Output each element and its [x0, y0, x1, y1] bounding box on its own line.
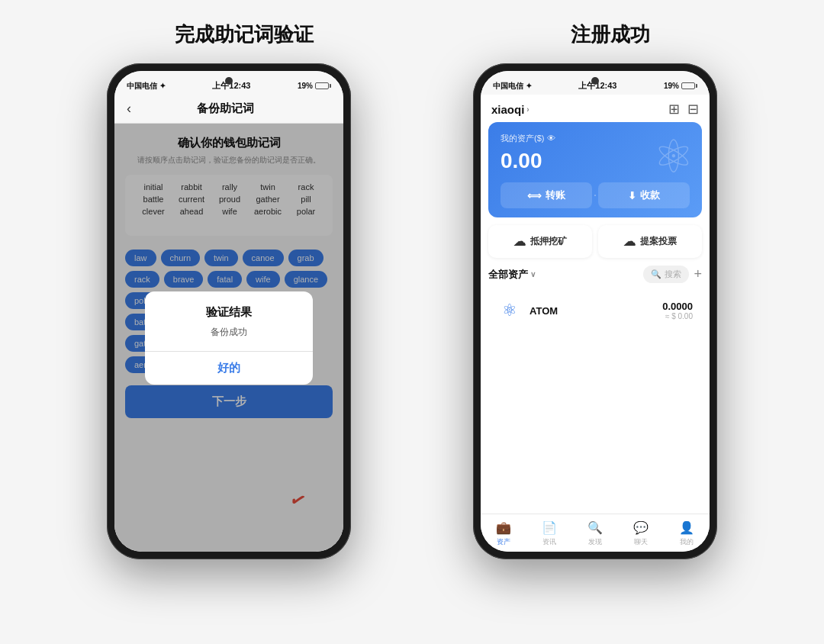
camera1	[225, 77, 233, 85]
search-icon: 🔍	[651, 269, 661, 279]
func-row: ☁ 抵押挖矿 ☁ 提案投票	[488, 225, 702, 258]
nav-assets-icon: 💼	[496, 520, 511, 535]
left-title: 完成助记词验证	[175, 21, 314, 48]
transfer-icon: ⟺	[527, 190, 542, 201]
nav-discover[interactable]: 🔍 发现	[572, 514, 618, 552]
nav-mine[interactable]: 👤 我的	[664, 514, 710, 552]
nav-news[interactable]: 📄 资讯	[526, 514, 572, 552]
dialog-message: 备份成功	[145, 323, 313, 351]
assets-dropdown-icon: ∨	[530, 270, 536, 279]
phone2: 中国电信 ✦ 上午12:43 19% xiaoqi › ⊞	[473, 63, 717, 559]
dialog-title: 验证结果	[145, 291, 313, 323]
proposal-icon: ☁	[623, 234, 636, 249]
nav-discover-icon: 🔍	[587, 520, 603, 535]
nav-news-icon: 📄	[542, 520, 557, 535]
nav-assets[interactable]: 💼 资产	[481, 514, 526, 552]
dialog-confirm-button[interactable]: 好的	[145, 352, 313, 385]
header-icons: ⊞ ⊟	[668, 101, 699, 118]
proposal-label: 提案投票	[640, 235, 677, 248]
nav-chat[interactable]: 💬 聊天	[618, 514, 664, 552]
receive-icon: ⬇	[628, 190, 636, 201]
pledge-mining-button[interactable]: ☁ 抵押挖矿	[488, 225, 592, 258]
battery-2: 19%	[664, 82, 697, 90]
layout-icon[interactable]: ⊟	[687, 101, 699, 118]
nav-news-label: 资讯	[542, 537, 556, 547]
receive-label: 收款	[640, 188, 660, 202]
nav-chat-icon: 💬	[633, 520, 649, 535]
nav-title-1: 备份助记词	[137, 101, 313, 116]
atom-icon: ⚛	[497, 298, 522, 323]
atom-usd: ≈ $ 0.00	[662, 312, 693, 320]
transfer-label: 转账	[546, 188, 565, 202]
camera2	[591, 77, 599, 85]
assets-header: 全部资产 ∨ 🔍 搜索 +	[488, 266, 702, 283]
assets-section: 全部资产 ∨ 🔍 搜索 + ⚛ ATOM 0.0000	[481, 266, 710, 514]
search-placeholder: 搜索	[665, 269, 681, 280]
all-assets-title: 全部资产 ∨	[488, 268, 536, 282]
username-display[interactable]: xiaoqi ›	[491, 103, 529, 116]
transfer-button[interactable]: ⟺ 转账	[501, 182, 592, 208]
carrier-2: 中国电信 ✦	[493, 81, 532, 92]
nav-discover-label: 发现	[588, 537, 602, 547]
nav-mine-icon: 👤	[679, 520, 694, 535]
atom-asset-row[interactable]: ⚛ ATOM 0.0000 ≈ $ 0.00	[488, 289, 702, 332]
atom-name: ATOM	[529, 305, 655, 317]
pledge-icon: ☁	[513, 234, 526, 249]
battery-1: 19%	[298, 82, 331, 90]
phone1: 中国电信 ✦ 上午12:43 19% ‹ 备份助记词 确认你的钱包助记词 请按顺…	[107, 63, 351, 559]
asset-actions: ⟺ 转账 · ⬇ 收款	[501, 182, 690, 208]
atom-amount-col: 0.0000 ≈ $ 0.00	[662, 301, 693, 320]
nav-mine-label: 我的	[680, 537, 694, 547]
assets-search-row: 🔍 搜索 +	[643, 266, 702, 283]
username-text: xiaoqi	[491, 103, 524, 116]
chevron-icon: ›	[526, 105, 529, 114]
dialog-overlay: 验证结果 备份成功 好的	[114, 124, 343, 552]
pledge-label: 抵押挖矿	[530, 235, 567, 248]
action-separator: ·	[592, 182, 598, 208]
nav-bar-1: ‹ 备份助记词	[114, 95, 343, 124]
search-bar[interactable]: 🔍 搜索	[643, 266, 689, 283]
battery-icon-2	[681, 82, 697, 89]
scan-icon[interactable]: ⊞	[668, 101, 680, 118]
carrier-1: 中国电信 ✦	[127, 81, 166, 92]
nav-assets-label: 资产	[497, 537, 510, 547]
right-title: 注册成功	[571, 21, 650, 48]
bottom-nav: 💼 资产 📄 资讯 🔍 发现 💬 聊天 👤 我的	[481, 514, 710, 552]
verify-dialog: 验证结果 备份成功 好的	[145, 291, 313, 385]
proposal-vote-button[interactable]: ☁ 提案投票	[598, 225, 702, 258]
battery-icon-1	[315, 82, 331, 89]
app-header-2: xiaoqi › ⊞ ⊟	[481, 95, 710, 122]
content-area-1: 确认你的钱包助记词 请按顺序点击助记词，验证您备份的助记词是否正确。 initi…	[114, 124, 343, 552]
add-asset-button[interactable]: +	[694, 266, 702, 282]
atom-amount: 0.0000	[662, 301, 693, 312]
asset-label: 我的资产($) 👁	[501, 133, 690, 144]
receive-button[interactable]: ⬇ 收款	[598, 182, 690, 208]
asset-card: ⚛ 我的资产($) 👁 0.00 ⟺ 转账 · ⬇ 收款	[488, 122, 702, 217]
nav-chat-label: 聊天	[634, 537, 648, 547]
back-button[interactable]: ‹	[127, 101, 131, 117]
